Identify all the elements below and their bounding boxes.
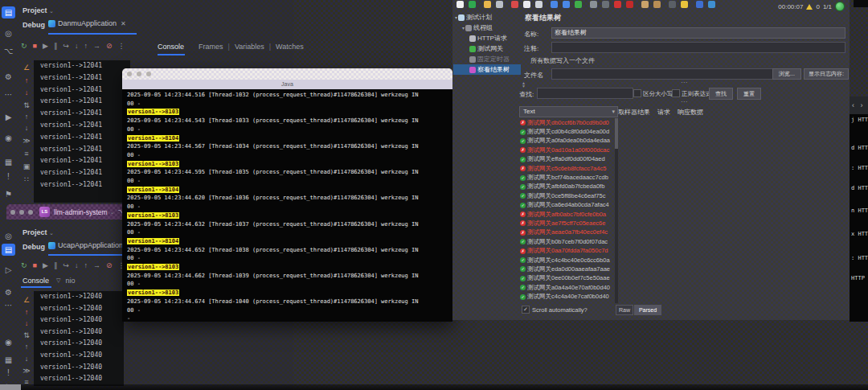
result-row[interactable]: ✗测试网关0ad10a1a00f000dcac — [519, 146, 614, 154]
sort-icon[interactable]: ⇅ — [22, 331, 31, 339]
services-icon[interactable]: ⚙ — [2, 286, 15, 298]
reset-button[interactable]: 重置 — [737, 88, 761, 100]
problems-icon[interactable]: ! — [2, 170, 15, 183]
prev-icon[interactable]: ↑ — [22, 113, 31, 121]
tab-frames[interactable]: Frames — [199, 43, 223, 51]
console-tab[interactable]: Console — [23, 277, 49, 285]
debug-icon[interactable]: ◉ — [2, 336, 15, 348]
result-row[interactable]: ✗测试网关db0ccf6b7b0cd9b0d0 — [519, 118, 614, 127]
step-out-icon[interactable]: ↑ — [84, 261, 88, 270]
project-header[interactable]: Project ⌄ — [23, 6, 54, 14]
result-row[interactable]: ✗测试网关0aa70fdda7fa050c7d — [519, 246, 614, 255]
scroll-automatically-checkbox[interactable]: ✓ — [522, 306, 530, 314]
up-stack-icon[interactable]: ↑ — [22, 308, 31, 316]
tree-node-test-plan[interactable]: ▾测试计划 — [453, 12, 521, 23]
result-row[interactable]: ✓测试网关0ee00b0ef7c5e50aae — [519, 274, 614, 283]
result-row[interactable]: ✓测试网关bcf74bacedaacc7cdb — [519, 173, 614, 182]
result-row[interactable]: ✓测试网关effa0df0dd00f04aed — [519, 155, 614, 164]
up-stack-icon[interactable]: ↑ — [22, 76, 31, 84]
structure-icon[interactable]: ◎ — [2, 27, 15, 39]
settings-icon[interactable]: ∷ — [22, 175, 31, 183]
print-icon[interactable]: ▣ — [22, 162, 31, 170]
mute-breakpoints-icon[interactable]: ⊘ — [106, 41, 113, 51]
splitter-handle[interactable]: ⋯ — [681, 79, 688, 86]
project-folder-icon[interactable]: ▤ — [2, 244, 15, 256]
scroll-left-icon[interactable]: ‹ — [852, 101, 854, 109]
minimize-icon[interactable] — [137, 72, 141, 76]
minimize-icon[interactable] — [19, 210, 24, 215]
results-list[interactable]: ✗测试网关db0ccf6b7b0cd9b0d0✓测试网关cd0b4c8f0dd0… — [519, 118, 614, 303]
result-row[interactable]: ✓测试网关ca6ed4ab0cda7afac4 — [519, 201, 614, 210]
sort-icon[interactable]: ⇅ — [22, 101, 31, 109]
run-icon[interactable]: ▶ — [2, 111, 15, 123]
tree-node-timer[interactable]: 固定定时器 — [453, 54, 521, 64]
splitter-arrows[interactable]: ▲▼ — [522, 81, 526, 88]
pause-icon[interactable]: ∥ — [54, 261, 58, 270]
chevron-down-icon[interactable]: ⌄ — [110, 209, 115, 216]
stop-icon[interactable]: ■ — [33, 41, 37, 51]
debug-icon[interactable]: ◉ — [2, 132, 15, 144]
help-icon[interactable] — [708, 1, 715, 8]
cut-icon[interactable] — [511, 1, 518, 8]
console-filter[interactable]: ▽ nio — [56, 277, 75, 285]
terminal-tab[interactable]: Java — [122, 80, 452, 89]
clear-icon[interactable] — [641, 1, 649, 8]
pause-icon[interactable]: ∥ — [54, 41, 58, 51]
templates-icon[interactable] — [469, 1, 476, 8]
scroll-end-icon[interactable]: ≫ — [22, 137, 31, 145]
more-tools-icon[interactable]: ⋯ — [2, 299, 15, 311]
scroll-right-icon[interactable]: › — [861, 101, 863, 109]
soft-wrap-icon[interactable]: ∠ — [22, 296, 31, 304]
structure-icon[interactable]: ◎ — [2, 230, 15, 242]
tree-node-thread-group[interactable]: ▾线程组 — [453, 23, 521, 33]
tree-node-results-tree[interactable]: 察看结果树 — [453, 64, 521, 75]
vcs-icon[interactable]: ⌥ — [2, 45, 15, 57]
splitter-handle[interactable]: ⋯ — [681, 98, 688, 105]
raw-toggle[interactable]: Raw — [616, 305, 633, 315]
down-stack-icon[interactable]: ↓ — [22, 319, 31, 327]
save-icon[interactable] — [496, 1, 503, 8]
tab-variables[interactable]: Variables — [235, 43, 264, 51]
function-helper-icon[interactable] — [696, 1, 703, 8]
comments-field[interactable] — [551, 42, 845, 53]
terminal-icon[interactable]: ▦ — [2, 156, 15, 168]
run-config-tab[interactable]: UcapAppApplication — [48, 241, 123, 249]
display-mode-dropdown[interactable]: Text▾ — [519, 106, 618, 117]
warning-icon[interactable] — [806, 4, 813, 10]
result-row[interactable]: ✓测试网关b0b7ceb7f0d0f07dac — [519, 237, 614, 246]
close-icon[interactable] — [127, 72, 132, 76]
mute-breakpoints-icon[interactable]: ⊘ — [106, 261, 113, 270]
step-into-icon[interactable]: ↓ — [75, 261, 79, 270]
services-icon[interactable]: ⚙ — [2, 71, 15, 83]
result-tab[interactable]: 响应数据 — [678, 108, 703, 117]
step-over-icon[interactable]: ↪ — [63, 261, 69, 270]
problems-icon[interactable]: ! — [2, 367, 15, 379]
zoom-icon[interactable] — [146, 72, 151, 76]
next-icon[interactable]: ↓ — [22, 124, 31, 132]
result-row[interactable]: ✓测试网关eda0d00aaeafaa7aae — [519, 265, 614, 273]
close-icon[interactable]: ✕ — [121, 20, 126, 27]
reset-search-icon[interactable] — [681, 1, 688, 8]
soft-wrap-icon[interactable]: ∠ — [22, 64, 31, 72]
bookmarks-icon[interactable]: ▷ — [2, 264, 15, 276]
debug-console-output[interactable]: version1-->12040version1-->12040version1… — [34, 291, 124, 386]
next-icon[interactable]: ↓ — [22, 355, 31, 363]
case-sensitive-checkbox[interactable] — [633, 89, 641, 97]
result-row[interactable]: ✓测试网关c4c4bc40e0c6cc6b0a — [519, 256, 614, 265]
start-icon[interactable] — [590, 1, 597, 8]
filename-field[interactable] — [551, 68, 773, 80]
result-row[interactable]: ✗测试网关c5c6eb8fcfacc7a4c5 — [519, 164, 614, 173]
parsed-toggle[interactable]: Parsed — [634, 305, 661, 315]
clear-all-icon[interactable] — [653, 1, 661, 8]
stop-icon[interactable]: ■ — [33, 261, 37, 270]
result-row[interactable]: ✓测试网关afbfd0ab7fcbeda0fb — [519, 183, 614, 191]
regex-checkbox[interactable] — [672, 89, 680, 97]
result-row[interactable]: ✗测试网关aeae0a7fb40ec0ef4c — [519, 228, 614, 237]
more-tools-icon[interactable]: ⋯ — [2, 88, 15, 101]
result-tab[interactable]: 请求 — [657, 108, 670, 117]
toggle-icon[interactable] — [575, 1, 582, 8]
search-button[interactable]: 查找 — [709, 88, 733, 100]
run-to-cursor-icon[interactable]: → — [93, 261, 100, 270]
result-row[interactable]: ✓测试网关a0a4a40e70af0b0d40 — [519, 283, 614, 292]
terminal-output[interactable]: 2025-09-05 14:23:44.516 [Thread-1032 (pr… — [122, 89, 452, 322]
